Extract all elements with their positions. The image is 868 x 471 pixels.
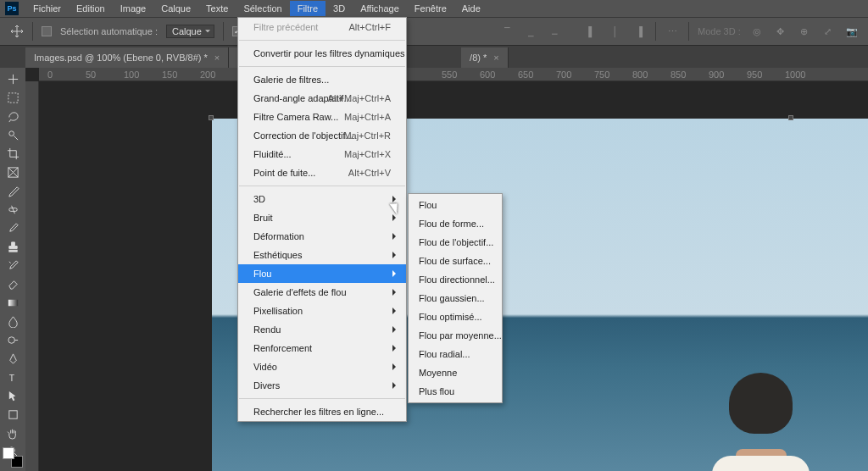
move-tool-icon — [10, 25, 24, 38]
menu-fenetre[interactable]: Fenêtre — [407, 1, 454, 16]
menu-calque[interactable]: Calque — [153, 1, 198, 16]
submenu-item-smart-blur[interactable]: Flou optimisé... — [409, 308, 502, 326]
menu-edition[interactable]: Edition — [69, 1, 113, 16]
chevron-right-icon — [392, 233, 399, 240]
lasso-tool[interactable] — [2, 107, 24, 125]
close-icon[interactable]: × — [493, 53, 498, 63]
chevron-right-icon — [392, 382, 399, 389]
shape-tool[interactable] — [2, 405, 24, 424]
marquee-tool[interactable] — [2, 88, 24, 107]
move-tool[interactable] — [2, 69, 24, 88]
align-right-icon[interactable]: ▐ — [632, 24, 647, 39]
svg-rect-4 — [8, 250, 16, 252]
path-select-tool[interactable] — [2, 386, 24, 405]
menu-aide[interactable]: Aide — [454, 1, 488, 16]
align-top-icon[interactable]: ⎺ — [499, 24, 515, 39]
menu-item-adaptive-wide[interactable]: Grand-angle adaptatif...Alt+Maj+Ctrl+A — [238, 89, 406, 108]
menu-item-blur-gallery[interactable]: Galerie d'effets de flou — [238, 283, 406, 302]
doc-tab-label: Images.psd @ 100% (Ebene 0, RVB/8#) * — [34, 53, 208, 63]
submenu-item-average[interactable]: Moyenne — [409, 363, 502, 382]
color-swatches[interactable] — [3, 447, 23, 468]
align-bottom-icon[interactable]: ⎽ — [547, 24, 562, 39]
submenu-item-average-blur[interactable]: Flou par moyenne... — [409, 326, 502, 345]
frame-tool[interactable] — [2, 163, 24, 181]
doc-tab[interactable]: /8) * × — [461, 47, 509, 68]
3d-scale-icon[interactable]: ⤢ — [821, 24, 836, 39]
stamp-tool[interactable] — [2, 237, 24, 256]
layer-select[interactable]: Calque — [166, 25, 214, 38]
menu-item-other[interactable]: Divers — [238, 376, 406, 395]
align-left-icon[interactable]: ▌ — [584, 24, 599, 39]
crop-tool[interactable] — [2, 144, 24, 163]
chevron-right-icon — [392, 196, 399, 202]
submenu-item-shape-blur[interactable]: Flou de forme... — [409, 214, 502, 233]
3d-orbit-icon[interactable]: ◎ — [749, 24, 765, 39]
gradient-tool[interactable] — [2, 293, 24, 312]
blur-tool[interactable] — [2, 312, 24, 330]
align-hcenter-icon[interactable]: │ — [608, 24, 623, 39]
eyedropper-tool[interactable] — [2, 181, 24, 200]
auto-select-label: Sélection automatique : — [60, 26, 158, 36]
chevron-right-icon — [392, 252, 399, 258]
heal-tool[interactable] — [2, 200, 24, 219]
menu-item-sharpen[interactable]: Renforcement — [238, 339, 406, 357]
menu-item-noise[interactable]: Bruit — [238, 208, 406, 227]
type-tool[interactable]: T — [2, 368, 24, 386]
menu-item-filter-gallery[interactable]: Galerie de filtres... — [238, 70, 406, 89]
menu-item-liquify[interactable]: Fluidité...Maj+Ctrl+X — [238, 145, 406, 163]
auto-select-checkbox[interactable] — [42, 26, 52, 36]
submenu-item-radial-blur[interactable]: Flou radial... — [409, 345, 502, 363]
document-tab-bar: Images.psd @ 100% (Ebene 0, RVB/8#) * × … — [0, 46, 868, 68]
menu-3d[interactable]: 3D — [326, 1, 353, 16]
menu-item-lens-correction[interactable]: Correction de l'objectif...Maj+Ctrl+R — [238, 126, 406, 145]
menu-fichier[interactable]: Fichier — [25, 1, 69, 16]
submenu-item-lens-blur[interactable]: Flou de l'objectif... — [409, 233, 502, 252]
eraser-tool[interactable] — [2, 274, 24, 293]
submenu-item-blur[interactable]: Flou — [409, 196, 502, 214]
svg-point-6 — [8, 336, 14, 343]
menu-item-3d[interactable]: 3D — [238, 190, 406, 208]
transform-handle[interactable] — [209, 115, 214, 120]
chevron-right-icon — [392, 308, 399, 314]
svg-text:T: T — [8, 374, 14, 383]
menu-item-video[interactable]: Vidéo — [238, 357, 406, 376]
menu-item-render[interactable]: Rendu — [238, 320, 406, 339]
submenu-item-surface-blur[interactable]: Flou de surface... — [409, 252, 502, 270]
chevron-right-icon — [392, 363, 399, 370]
menu-affichage[interactable]: Affichage — [353, 1, 407, 16]
doc-tab[interactable]: Images.psd @ 100% (Ebene 0, RVB/8#) * × — [25, 47, 229, 68]
close-icon[interactable]: × — [214, 53, 220, 63]
hand-tool[interactable] — [2, 424, 24, 442]
chevron-right-icon — [392, 326, 399, 333]
brush-tool[interactable] — [2, 219, 24, 237]
svg-rect-8 — [8, 410, 16, 418]
dodge-tool[interactable] — [2, 330, 24, 349]
history-brush-tool[interactable] — [2, 256, 24, 274]
menu-item-recent-filter[interactable]: Filtre précédentAlt+Ctrl+F — [238, 18, 406, 36]
image-person — [712, 364, 805, 471]
align-vcenter-icon[interactable]: ⎯ — [523, 24, 538, 39]
menu-item-browse-online[interactable]: Rechercher les filtres en ligne... — [238, 402, 406, 421]
menu-filtre[interactable]: Filtre — [290, 1, 326, 16]
3d-camera-icon[interactable]: 📷 — [844, 24, 860, 39]
menu-item-convert-smart[interactable]: Convertir pour les filtres dynamiques — [238, 44, 406, 63]
3d-pan-icon[interactable]: ✥ — [773, 24, 788, 39]
menu-texte[interactable]: Texte — [198, 1, 236, 16]
distribute-icon[interactable]: ⋯ — [665, 24, 680, 39]
quick-select-tool[interactable] — [2, 125, 24, 144]
submenu-item-motion-blur[interactable]: Flou directionnel... — [409, 270, 502, 289]
menu-item-stylize[interactable]: Esthétiques — [238, 246, 406, 264]
transform-handle[interactable] — [788, 115, 793, 120]
menu-item-blur[interactable]: Flou — [238, 264, 406, 283]
menu-item-vanishing-point[interactable]: Point de fuite...Alt+Ctrl+V — [238, 163, 406, 182]
3d-move-icon[interactable]: ⊕ — [797, 24, 812, 39]
menu-item-distort[interactable]: Déformation — [238, 227, 406, 246]
menu-image[interactable]: Image — [113, 1, 154, 16]
filter-menu-dropdown: Filtre précédentAlt+Ctrl+F Convertir pou… — [237, 17, 407, 422]
pen-tool[interactable] — [2, 349, 24, 368]
submenu-item-gaussian-blur[interactable]: Flou gaussien... — [409, 289, 502, 308]
submenu-item-blur-more[interactable]: Plus flou — [409, 382, 502, 401]
menu-item-pixelate[interactable]: Pixellisation — [238, 302, 406, 320]
menu-selection[interactable]: Sélection — [236, 1, 289, 16]
menu-item-camera-raw[interactable]: Filtre Camera Raw...Maj+Ctrl+A — [238, 108, 406, 126]
